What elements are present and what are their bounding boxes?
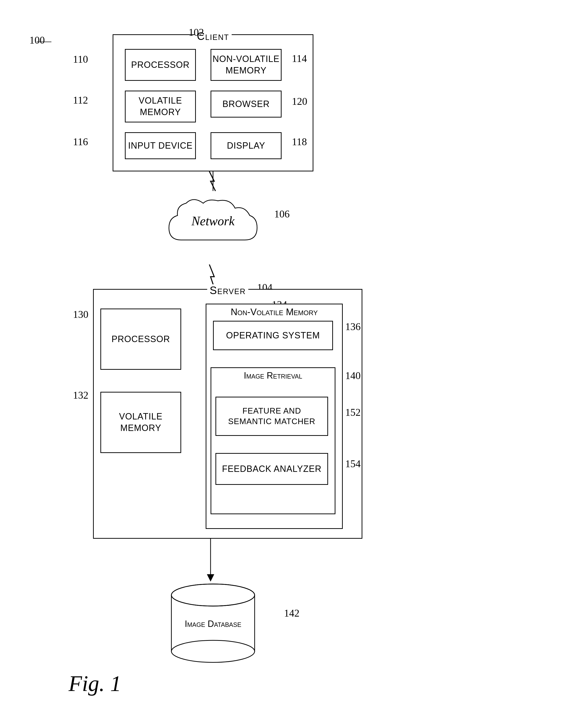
operating-system-box: Operating System xyxy=(213,321,333,350)
client-volatile-box: Volatile Memory xyxy=(125,90,196,123)
browser-box: Browser xyxy=(211,90,282,118)
server-volatile-box: Volatile Memory xyxy=(100,392,181,453)
display-box: Display xyxy=(211,132,282,159)
client-volatile-label: Volatile Memory xyxy=(138,95,182,118)
server-volatile-label: Volatile Memory xyxy=(119,411,162,434)
ref-130-label: 130 xyxy=(73,309,88,320)
client-processor-label: Processor xyxy=(131,59,189,71)
svg-point-6 xyxy=(171,640,255,662)
ref-100-label: 100 xyxy=(29,34,45,46)
server-nonvolatile-title: Non-Volatile Memory xyxy=(231,307,318,317)
client-nonvolatile-label: Non-Volatile Memory xyxy=(213,53,280,76)
ref-112-label: 112 xyxy=(73,94,88,106)
ref-152-label: 152 xyxy=(345,407,361,418)
image-retrieval-title: Image Retrieval xyxy=(244,370,302,381)
server-to-db-arrow xyxy=(201,539,220,583)
figure-label: Fig. 1 xyxy=(69,671,121,696)
ref-142-label: 142 xyxy=(284,607,299,619)
ref-100-line xyxy=(37,42,51,42)
svg-text:Image Database: Image Database xyxy=(185,619,241,629)
ref-116-label: 116 xyxy=(73,136,88,148)
ref-118-label: 118 xyxy=(292,136,307,148)
feedback-analyzer-label: Feedback Analyzer xyxy=(222,463,321,475)
ref-132-label: 132 xyxy=(73,389,88,401)
server-processor-box: Processor xyxy=(100,309,181,370)
client-nonvolatile-box: Non-Volatile Memory xyxy=(211,49,282,81)
ref-106-label: 106 xyxy=(274,208,290,220)
feedback-analyzer-box: Feedback Analyzer xyxy=(215,453,328,485)
ref-110-label: 110 xyxy=(73,53,88,65)
ref-102-label: 102 xyxy=(188,26,204,38)
feature-matcher-label: Feature and Semantic Matcher xyxy=(228,406,315,427)
input-device-label: Input Device xyxy=(128,140,192,152)
network-cloud: Network xyxy=(162,191,264,264)
svg-text:Network: Network xyxy=(191,214,235,228)
ref-136-label: 136 xyxy=(345,321,361,333)
image-retrieval-box: Image Retrieval xyxy=(211,367,336,514)
svg-point-7 xyxy=(172,585,254,605)
server-title: Server xyxy=(207,284,248,296)
ref-140-label: 140 xyxy=(345,370,361,382)
server-processor-label: Processor xyxy=(111,334,170,345)
ref-120-label: 120 xyxy=(292,96,307,107)
input-device-box: Input Device xyxy=(125,132,196,159)
ref-154-label: 154 xyxy=(345,458,361,470)
browser-label: Browser xyxy=(222,99,269,110)
feature-matcher-box: Feature and Semantic Matcher xyxy=(215,397,328,436)
ref-114-label: 114 xyxy=(292,53,307,64)
display-label: Display xyxy=(227,140,265,152)
operating-system-label: Operating System xyxy=(226,330,320,341)
image-database-container: Image Database xyxy=(162,580,264,669)
client-processor-box: Processor xyxy=(125,49,196,81)
